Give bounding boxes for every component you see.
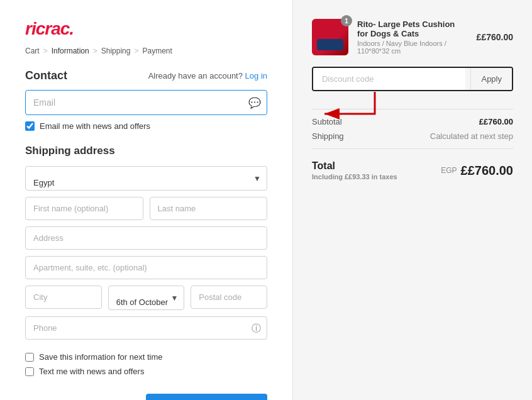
email-icon: 💬 [248,97,261,109]
divider-2 [312,148,513,149]
shipping-label: Shipping [312,131,344,141]
phone-input[interactable] [25,316,267,340]
email-input[interactable] [25,90,267,115]
city-gov-postal-row: Governorate 6th of October ▼ [25,286,267,310]
address-group [25,226,267,250]
breadcrumb-sep-3: > [134,47,138,55]
apt-input[interactable] [25,256,267,279]
last-name-input[interactable] [150,197,268,220]
breadcrumb-shipping[interactable]: Shipping [101,47,131,55]
product-name: Rito- Large Pets Cushion for Dogs & Cats [357,19,468,38]
city-group [25,286,102,310]
save-info-row: Save this information for next time [25,352,267,362]
apt-group [25,256,267,279]
country-group: Country/Region Egypt ▼ [25,166,267,191]
product-row: 1 Rito- Large Pets Cushion for Dogs & Ca… [312,19,513,55]
text-offers-checkbox[interactable] [25,367,34,376]
contact-title: Contact [25,69,67,82]
governorate-select[interactable]: 6th of October [108,286,185,310]
login-prompt: Already have an account? Log in [148,71,267,81]
subtotal-label: Subtotal [312,117,342,126]
save-info-checkbox[interactable] [25,353,34,362]
text-offers-label: Text me with news and offers [39,367,144,376]
phone-help-icon: ⓘ [252,322,261,334]
name-row [25,197,267,220]
save-options: Save this information for next time Text… [25,352,267,376]
breadcrumb-payment[interactable]: Payment [142,47,172,55]
postal-group [191,286,267,310]
breadcrumb-cart[interactable]: Cart [25,47,40,55]
email-wrapper: 💬 [25,90,267,115]
breadcrumb: Cart > Information > Shipping > Payment [25,47,267,55]
total-row: Total Including ££93.33 in taxes EGP ££7… [312,160,513,181]
product-info: Rito- Large Pets Cushion for Dogs & Cats… [357,19,468,55]
logo: ricrac. [25,19,267,39]
discount-section: Apply [312,67,513,101]
total-value: ££760.00 [461,164,513,178]
news-label: Email me with news and offers [40,121,150,131]
contact-section-header: Contact Already have an account? Log in [25,69,267,82]
text-offers-row: Text me with news and offers [25,367,267,376]
news-checkbox[interactable] [25,121,35,131]
breadcrumb-sep-2: > [93,47,97,55]
shipping-value: Calculated at next step [430,131,513,141]
continue-button[interactable]: Continue to shipping [146,394,267,400]
address-input[interactable] [25,226,267,250]
left-panel: ricrac. Cart > Information > Shipping > … [0,0,292,400]
shipping-row: Shipping Calculated at next step [312,131,513,141]
first-name-group [25,197,143,220]
save-info-label: Save this information for next time [39,352,163,362]
product-price: ££760.00 [477,32,513,42]
first-name-input[interactable] [25,197,143,220]
discount-input[interactable] [313,68,465,90]
apply-discount-button[interactable]: Apply [470,68,512,90]
product-subtitle: Indoors / Navy Blue Indoors / 110*80*32 … [357,40,468,55]
discount-row: Apply [312,67,513,91]
country-select[interactable]: Egypt [25,166,267,191]
subtotal-row: Subtotal ££760.00 [312,117,513,126]
governorate-select-wrapper: 6th of October ▼ [108,286,185,310]
phone-group: ⓘ [25,316,267,340]
tax-note: Including ££93.33 in taxes [312,173,397,181]
country-select-wrapper: Egypt ▼ [25,166,267,191]
postal-input[interactable] [191,286,267,309]
total-label: Total [312,160,397,172]
product-image-wrapper: 1 [312,19,348,55]
breadcrumb-sep-1: > [43,47,48,55]
bottom-actions: ‹ Return to cart Continue to shipping [25,394,267,400]
breadcrumb-information: Information [52,47,89,55]
last-name-group [150,197,268,220]
order-summary: Subtotal ££760.00 Shipping Calculated at… [312,117,513,141]
subtotal-value: ££760.00 [479,117,513,126]
total-label-group: Total Including ££93.33 in taxes [312,160,397,181]
divider-1 [312,109,513,109]
city-input[interactable] [25,286,102,309]
brand-name: ricrac. [25,19,74,38]
shipping-section-title: Shipping address [25,145,267,157]
news-checkbox-row: Email me with news and offers [25,121,267,131]
total-price-wrapper: EGP ££760.00 [441,160,513,181]
login-link[interactable]: Log in [245,71,267,81]
product-quantity-badge: 1 [341,15,352,26]
total-currency: EGP [441,166,457,175]
right-panel: 1 Rito- Large Pets Cushion for Dogs & Ca… [292,0,532,400]
governorate-group: Governorate 6th of October ▼ [108,286,185,310]
